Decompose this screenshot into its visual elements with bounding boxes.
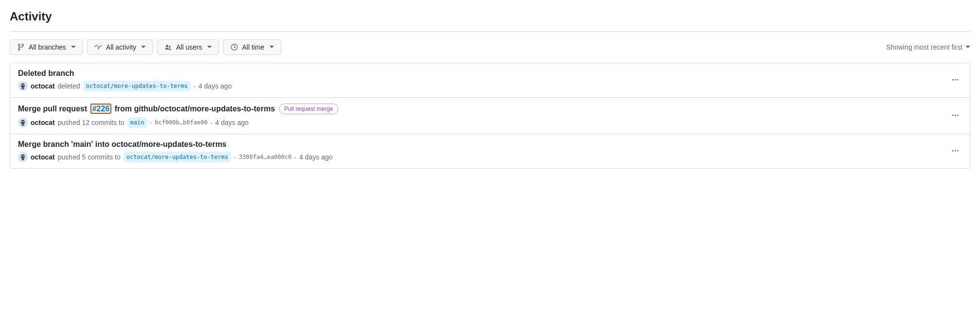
branches-filter[interactable]: All branches <box>10 39 83 55</box>
svg-point-17 <box>957 114 959 116</box>
caret-down-icon <box>71 45 76 50</box>
avatar <box>18 152 28 162</box>
users-filter[interactable]: All users <box>157 39 219 55</box>
svg-point-7 <box>955 79 956 80</box>
svg-point-16 <box>955 114 956 116</box>
commit-range-link[interactable]: bcf000b…b0fae00 <box>155 119 208 126</box>
action-text: pushed 12 commits to <box>58 119 124 126</box>
people-icon <box>164 43 172 51</box>
username-link[interactable]: octocat <box>31 153 55 161</box>
timestamp: 4 days ago <box>215 119 249 126</box>
action-text: deleted <box>58 82 80 90</box>
clock-icon <box>230 43 238 51</box>
caret-down-icon <box>269 45 274 50</box>
svg-point-22 <box>22 156 22 157</box>
svg-point-1 <box>21 84 25 88</box>
separator-dot: · <box>234 153 236 161</box>
branch-link[interactable]: octocat/more-updates-to-terms <box>123 152 231 162</box>
kebab-icon <box>951 76 959 84</box>
separator-dot: · <box>295 153 297 161</box>
activity-title: Merge pull request #226 from github/octo… <box>18 104 948 114</box>
activity-filter[interactable]: All activity <box>87 39 153 55</box>
separator-dot: · <box>150 119 152 126</box>
timestamp: 4 days ago <box>299 153 333 161</box>
svg-point-14 <box>23 122 24 122</box>
branch-link[interactable]: main <box>127 117 147 128</box>
separator-dot: · <box>210 119 212 126</box>
activity-list: Deleted branch octocat deleted octocat/m… <box>10 63 970 169</box>
activity-row: Merge pull request #226 from github/octo… <box>10 97 970 134</box>
commit-range-link[interactable]: 3300fa4…ea000c0 <box>239 154 291 160</box>
caret-down-icon <box>965 45 970 50</box>
filter-toolbar: All branches All activity All users All … <box>10 39 970 55</box>
svg-point-23 <box>23 156 24 157</box>
activity-title: Merge branch 'main' into octocat/more-up… <box>18 140 948 149</box>
svg-point-8 <box>957 79 959 80</box>
action-text: pushed 5 commits to <box>58 153 121 161</box>
row-actions-menu[interactable] <box>948 73 962 88</box>
svg-point-25 <box>955 150 956 151</box>
branches-filter-label: All branches <box>29 42 66 52</box>
svg-point-19 <box>21 155 25 159</box>
sort-dropdown[interactable]: Showing most recent first <box>886 43 970 51</box>
activity-title: Deleted branch <box>18 69 948 78</box>
svg-point-15 <box>952 114 954 116</box>
svg-point-24 <box>952 150 954 151</box>
page-title: Activity <box>10 10 970 23</box>
users-filter-label: All users <box>176 42 202 52</box>
svg-point-10 <box>21 120 25 124</box>
kebab-icon <box>951 111 959 119</box>
time-filter-label: All time <box>242 42 264 52</box>
time-filter[interactable]: All time <box>223 39 281 55</box>
activity-row: Merge branch 'main' into octocat/more-up… <box>10 134 970 168</box>
username-link[interactable]: octocat <box>31 119 55 126</box>
header-divider <box>10 31 970 32</box>
activity-filter-label: All activity <box>106 42 136 52</box>
avatar <box>18 118 28 127</box>
svg-point-13 <box>22 122 22 122</box>
row-actions-menu[interactable] <box>948 144 962 159</box>
caret-down-icon <box>141 45 146 50</box>
username-link[interactable]: octocat <box>31 82 55 90</box>
sort-label: Showing most recent first <box>886 43 962 51</box>
svg-point-5 <box>23 85 24 86</box>
row-actions-menu[interactable] <box>948 108 962 124</box>
separator-dot: · <box>193 82 195 90</box>
pulse-icon <box>94 43 102 51</box>
git-branch-icon <box>17 43 25 51</box>
svg-point-26 <box>957 150 959 151</box>
activity-type-badge: Pull request merge <box>279 104 339 114</box>
svg-point-4 <box>22 85 22 86</box>
activity-row: Deleted branch octocat deleted octocat/m… <box>10 63 970 97</box>
timestamp: 4 days ago <box>198 82 232 90</box>
branch-link[interactable]: octocat/more-updates-to-terms <box>83 81 191 91</box>
svg-point-6 <box>952 79 954 80</box>
kebab-icon <box>951 147 959 155</box>
caret-down-icon <box>207 45 212 50</box>
pr-number-link[interactable]: #226 <box>90 104 112 114</box>
avatar <box>18 81 28 91</box>
